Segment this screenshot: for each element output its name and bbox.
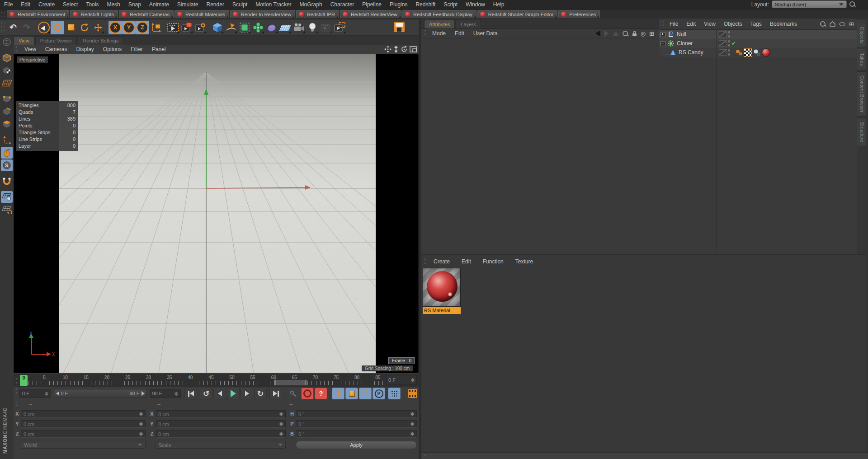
redshift-toolbar-button[interactable]: Redshift Feedback Display [402,10,476,19]
key-rotation-toggle[interactable] [359,388,372,399]
menu-item[interactable]: Sculpt [228,1,251,8]
menu-item[interactable]: Help [489,1,509,8]
tab-layers[interactable]: Layers [456,20,481,28]
redshift-object-tag-icon[interactable] [753,49,761,56]
key-scale-toggle[interactable] [345,388,358,399]
new-panel-icon[interactable]: ⊞ [849,21,854,28]
object-name[interactable]: RS Candy [679,49,703,56]
scale-x-field[interactable]: 0 cm [156,410,286,418]
redshift-toolbar-button[interactable]: Redshift Shader Graph Editor [477,10,557,19]
side-tab[interactable]: Structure [857,118,866,146]
attributes-menu-item[interactable]: Edit [450,30,469,37]
redshift-toolbar-button[interactable]: Redshift RenderView [340,10,401,19]
menu-item[interactable]: Render [203,1,228,8]
scale-y-field[interactable]: 0 cm [156,420,286,428]
position-x-field[interactable]: 0 cm [21,410,146,418]
tab-picture-viewer[interactable]: Picture Viewer [35,36,77,45]
redshift-toolbar-button[interactable]: Redshift Cameras [119,10,174,19]
polygons-mode-button[interactable] [1,118,13,130]
menu-item[interactable]: Window [462,1,489,8]
object-manager-menu-item[interactable]: Tags [746,21,766,27]
tab-render-settings[interactable]: Render Settings [78,36,123,45]
rotation-p-field[interactable]: 0 ° [296,420,417,428]
search-icon[interactable] [623,31,628,37]
viewport-menu-item[interactable]: Filter [126,46,147,52]
visibility-dots[interactable] [728,49,730,56]
points-mode-button[interactable] [1,93,13,105]
spinner-arrows[interactable] [45,392,48,396]
layout-select[interactable]: Startup (User) [772,0,847,8]
object-manager-menu-item[interactable]: Edit [682,21,700,27]
tab-attributes[interactable]: Attributes [424,20,455,28]
keying-help-button[interactable]: ? [315,388,327,399]
render-settings-button[interactable] [193,21,207,34]
undo-button[interactable]: ↶ [6,21,20,34]
side-tab[interactable]: Content Browser [857,71,866,117]
material-menu-item[interactable]: Texture [509,258,539,265]
material-name[interactable]: RS Material [423,307,461,314]
enabled-check-icon[interactable]: ✓ [731,40,736,47]
pan-view-icon[interactable] [384,46,392,53]
material-item[interactable]: RS Material [423,268,461,314]
key-parameter-toggle[interactable]: P [373,388,385,399]
autokey-button[interactable] [301,388,314,399]
toggle-views-icon[interactable] [410,46,417,52]
z-axis-lock-button[interactable]: Z [136,21,149,34]
redshift-toolbar-button[interactable]: Render to RenderView [230,10,295,19]
parent-object-icon[interactable] [613,31,619,36]
menu-item[interactable]: Edit [17,1,34,8]
menu-item[interactable]: Pipeline [358,1,386,8]
tab-view[interactable]: View [14,36,34,45]
side-tab[interactable]: Takes [857,49,866,70]
volume-button[interactable] [265,21,278,34]
material-preview[interactable] [423,268,461,307]
current-frame-field[interactable]: 0 F [19,389,51,398]
end-frame-field[interactable]: 90 F [150,389,181,398]
filter-eye-icon[interactable] [839,22,845,26]
object-manager-menu-item[interactable]: View [700,21,720,27]
rotation-b-field[interactable]: 0 ° [296,430,417,438]
material-menu-item[interactable]: Edit [456,258,477,265]
texture-tag-icon[interactable] [744,48,752,57]
panel-grip[interactable] [422,454,426,458]
panel-grip[interactable] [14,46,19,52]
move-tool[interactable] [51,21,64,34]
y-axis-lock-button[interactable]: Y [122,21,136,34]
camera-label[interactable]: Perspective [17,56,48,63]
zoom-view-icon[interactable] [393,46,399,53]
enable-axis-button[interactable] [1,134,13,146]
render-queue-button-disabled[interactable] [319,21,333,34]
viewport-menu-item[interactable]: Panel [147,46,170,52]
play-button[interactable] [227,388,240,399]
viewport-menu-item[interactable]: Cameras [41,46,72,52]
menu-item[interactable]: Redshift [411,1,439,8]
range-left-arrow-icon[interactable] [56,391,59,396]
x-axis-lock-button[interactable]: X [108,21,122,34]
layer-color-box[interactable] [719,49,726,56]
frame-range-slider[interactable]: 0 F 90 F [54,389,147,398]
render-view-button[interactable] [166,21,180,34]
viewport-canvas[interactable]: Perspective Triangles800 Quads7 Lines389… [14,54,419,373]
workplane-mode-button[interactable] [1,204,13,215]
search-icon[interactable] [820,21,826,27]
position-z-field[interactable]: 0 cm [21,430,146,438]
object-manager-menu-item[interactable]: File [665,21,682,27]
lock-workplane-button[interactable] [1,191,13,203]
interactive-render-region-button[interactable] [333,21,346,34]
scale-z-field[interactable]: 0 cm [156,430,286,438]
track-target-icon[interactable]: ◎ [641,30,646,37]
object-row-null[interactable]: Null [659,30,857,39]
menu-item[interactable]: Simulate [173,1,203,8]
generators-button[interactable] [238,21,251,34]
timeline-frame-field[interactable]: 0 F [386,375,417,385]
object-name[interactable]: Null [677,31,686,37]
previous-frame-button[interactable] [213,388,226,399]
attributes-menu-item[interactable]: Mode [428,30,450,37]
history-back-icon[interactable] [595,30,600,37]
history-forward-icon[interactable] [604,30,609,37]
menu-item[interactable]: Create [34,1,59,8]
range-right-arrow-icon[interactable] [142,391,145,396]
record-keyframe-button-disabled[interactable] [287,388,299,399]
transform-mode-dropdown[interactable]: Scale [156,441,286,449]
object-manager-menu-item[interactable]: Bookmarks [766,21,801,27]
